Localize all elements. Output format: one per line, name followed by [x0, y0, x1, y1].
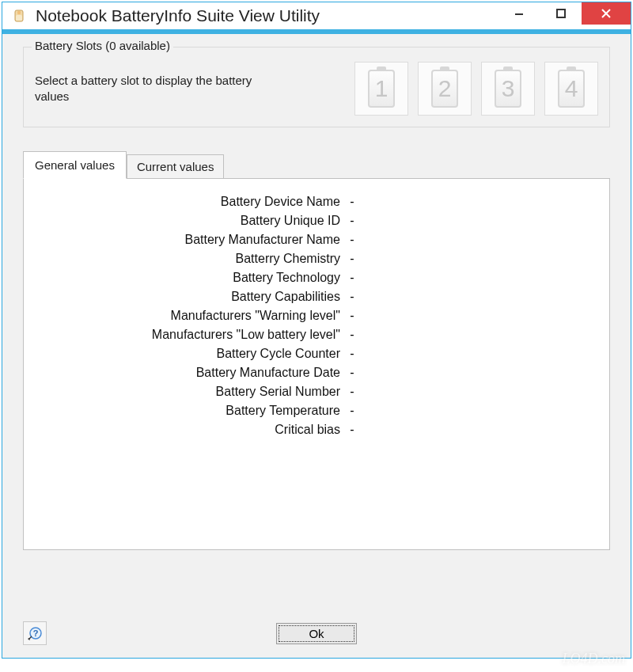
battery-slot-3[interactable]: 3 — [481, 62, 535, 116]
battery-slot-number: 4 — [565, 75, 578, 102]
app-icon — [10, 7, 28, 25]
battery-slot-icons: 1 2 3 4 — [354, 62, 598, 116]
battery-slot-number: 2 — [438, 75, 452, 102]
tab-general-values[interactable]: General values — [23, 151, 127, 179]
kv-label: Manufacturers "Warning level" — [40, 309, 340, 323]
bottom-bar: ? Ok — [23, 621, 610, 645]
kv-label: Manufacturers "Low battery level" — [40, 328, 340, 342]
kv-separator: - — [340, 366, 364, 380]
kv-label: Battery Manufacturer Name — [40, 233, 340, 247]
kv-row: Battery Technology- — [40, 271, 593, 285]
battery-slot-1[interactable]: 1 — [354, 62, 408, 116]
kv-separator: - — [340, 309, 364, 323]
kv-label: Battery Serial Number — [40, 385, 340, 399]
kv-separator: - — [340, 233, 364, 247]
kv-label: Batterry Chemistry — [40, 252, 340, 266]
titlebar-left: Notebook BatteryInfo Suite View Utility — [2, 6, 320, 25]
close-button[interactable] — [582, 2, 631, 25]
kv-row: Critical bias- — [40, 423, 593, 437]
titlebar: Notebook BatteryInfo Suite View Utility — [2, 2, 631, 34]
kv-row: Batterry Chemistry- — [40, 252, 593, 266]
kv-separator: - — [340, 385, 364, 399]
battery-slot-number: 3 — [502, 75, 515, 102]
ok-button[interactable]: Ok — [276, 623, 356, 644]
battery-slot-2[interactable]: 2 — [418, 62, 472, 116]
battery-slots-group: Battery Slots (0 available) Select a bat… — [23, 47, 610, 127]
client-area: Battery Slots (0 available) Select a bat… — [2, 34, 631, 658]
kv-separator: - — [340, 404, 364, 418]
battery-slots-instruction: Select a battery slot to display the bat… — [35, 73, 256, 105]
svg-rect-2 — [16, 15, 22, 21]
kv-row: Manufacturers "Warning level"- — [40, 309, 593, 323]
kv-separator: - — [340, 347, 364, 361]
kv-row: Battery Temperature- — [40, 404, 593, 418]
svg-text:?: ? — [33, 628, 39, 638]
svg-rect-4 — [557, 9, 565, 17]
svg-point-1 — [17, 11, 21, 14]
kv-separator: - — [340, 328, 364, 342]
kv-separator: - — [340, 214, 364, 228]
kv-row: Battery Unique ID- — [40, 214, 593, 228]
tabs-area: General values Current values Battery De… — [23, 151, 610, 550]
kv-separator: - — [340, 195, 364, 209]
kv-row: Battery Serial Number- — [40, 385, 593, 399]
battery-slots-legend: Battery Slots (0 available) — [32, 39, 173, 52]
kv-label: Battery Cycle Counter — [40, 347, 340, 361]
help-button[interactable]: ? — [23, 621, 47, 645]
svg-rect-3 — [515, 13, 523, 15]
app-window: Notebook BatteryInfo Suite View Utility … — [2, 2, 631, 659]
minimize-button[interactable] — [499, 2, 540, 25]
window-title: Notebook BatteryInfo Suite View Utility — [36, 6, 320, 25]
tab-panel-general: Battery Device Name-Battery Unique ID-Ba… — [23, 178, 610, 550]
kv-label: Battery Unique ID — [40, 214, 340, 228]
kv-label: Battery Technology — [40, 271, 340, 285]
kv-label: Battery Device Name — [40, 195, 340, 209]
kv-label: Battery Manufacture Date — [40, 366, 340, 380]
kv-separator: - — [340, 252, 364, 266]
kv-row: Manufacturers "Low battery level"- — [40, 328, 593, 342]
battery-slot-4[interactable]: 4 — [544, 62, 598, 116]
kv-row: Battery Manufacturer Name- — [40, 233, 593, 247]
battery-slot-number: 1 — [375, 75, 389, 102]
general-values-list: Battery Device Name-Battery Unique ID-Ba… — [40, 195, 593, 437]
kv-row: Battery Cycle Counter- — [40, 347, 593, 361]
kv-row: Battery Manufacture Date- — [40, 366, 593, 380]
maximize-button[interactable] — [540, 2, 582, 25]
tab-strip: General values Current values — [23, 151, 610, 178]
kv-separator: - — [340, 271, 364, 285]
kv-label: Battery Temperature — [40, 404, 340, 418]
kv-row: Battery Capabilities- — [40, 290, 593, 304]
battery-slots-row: Select a battery slot to display the bat… — [35, 62, 598, 116]
window-controls — [499, 2, 631, 26]
kv-label: Critical bias — [40, 423, 340, 437]
kv-separator: - — [340, 423, 364, 437]
tab-current-values[interactable]: Current values — [127, 154, 225, 178]
kv-separator: - — [340, 290, 364, 304]
kv-label: Battery Capabilities — [40, 290, 340, 304]
kv-row: Battery Device Name- — [40, 195, 593, 209]
